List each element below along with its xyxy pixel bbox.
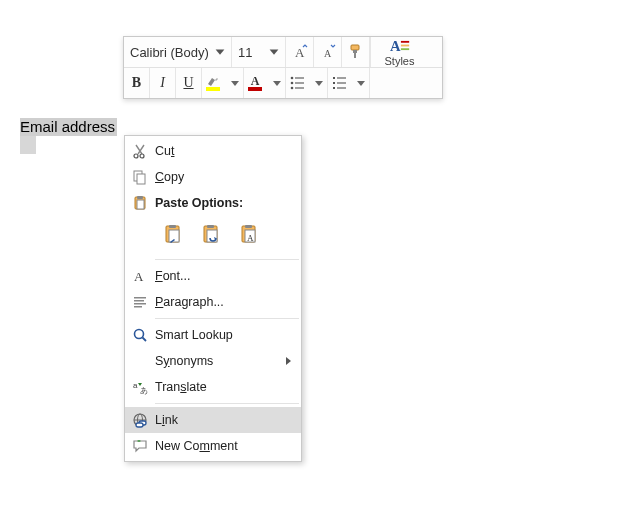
- smart-lookup-icon: [125, 327, 155, 343]
- ctx-smart-label: Smart Lookup: [155, 328, 301, 342]
- svg-rect-39: [134, 297, 146, 299]
- font-color-button[interactable]: A: [244, 68, 286, 98]
- svg-text:A: A: [324, 48, 332, 59]
- separator: [155, 259, 299, 260]
- font-size-value: 11: [238, 45, 252, 60]
- svg-text:あ: あ: [140, 386, 148, 395]
- ctx-new-comment[interactable]: New Comment: [125, 433, 301, 459]
- svg-rect-4: [354, 53, 356, 58]
- grow-font-icon: A: [292, 44, 308, 60]
- ctx-syn-label: Synonyms: [155, 354, 286, 368]
- bold-button[interactable]: B: [124, 68, 150, 98]
- svg-rect-16: [337, 77, 346, 79]
- ctx-link-label: Link: [155, 413, 301, 427]
- svg-point-43: [135, 330, 144, 339]
- svg-rect-42: [134, 306, 142, 308]
- chevron-down-icon: [231, 81, 239, 86]
- svg-text:A: A: [134, 269, 144, 284]
- svg-rect-33: [207, 225, 214, 228]
- styles-button[interactable]: A Styles: [370, 37, 428, 67]
- svg-rect-8: [400, 48, 408, 50]
- ctx-cut[interactable]: Cut: [125, 138, 301, 164]
- font-color-icon: A: [248, 76, 262, 91]
- svg-rect-41: [134, 303, 146, 305]
- numbering-icon: [332, 76, 348, 90]
- svg-rect-15: [333, 77, 335, 79]
- svg-point-11: [291, 82, 294, 85]
- chevron-down-icon: [315, 81, 323, 86]
- ctx-comment-label: New Comment: [155, 439, 301, 453]
- cut-icon: [125, 143, 155, 159]
- paste-keep-source-button[interactable]: [159, 220, 189, 250]
- comment-icon: [125, 438, 155, 454]
- ctx-paragraph[interactable]: Paragraph...: [125, 289, 301, 315]
- grow-font-button[interactable]: A: [286, 37, 314, 67]
- font-name-dropdown[interactable]: Calibri (Body): [124, 37, 232, 67]
- svg-rect-51: [136, 423, 143, 427]
- svg-point-9: [291, 77, 294, 80]
- svg-rect-19: [333, 87, 335, 89]
- ctx-paste-label: Paste Options:: [155, 196, 301, 210]
- svg-rect-2: [351, 45, 359, 50]
- format-painter-icon: [348, 44, 364, 60]
- svg-rect-17: [333, 82, 335, 84]
- svg-rect-37: [245, 225, 252, 228]
- svg-rect-6: [400, 41, 408, 43]
- svg-rect-26: [137, 200, 144, 209]
- svg-rect-14: [295, 87, 304, 89]
- font-dialog-icon: A: [125, 268, 155, 284]
- shrink-font-button[interactable]: A: [314, 37, 342, 67]
- svg-point-21: [134, 154, 138, 158]
- italic-button[interactable]: I: [150, 68, 176, 98]
- separator: [155, 403, 299, 404]
- svg-rect-3: [353, 50, 357, 53]
- chevron-down-icon: [213, 45, 227, 59]
- chevron-down-icon: [267, 45, 281, 59]
- ctx-translate[interactable]: aあ Translate: [125, 374, 301, 400]
- bullets-button[interactable]: [286, 68, 328, 98]
- svg-text:a: a: [133, 381, 138, 390]
- svg-rect-18: [337, 82, 346, 84]
- font-name-value: Calibri (Body): [130, 45, 209, 60]
- paste-text-only-icon: A: [239, 224, 261, 246]
- paste-options-row: A: [125, 216, 301, 256]
- ctx-font-label: Font...: [155, 269, 301, 283]
- svg-line-44: [143, 338, 147, 342]
- paste-text-only-button[interactable]: A: [235, 220, 265, 250]
- submenu-arrow-icon: [286, 357, 291, 365]
- highlight-icon: [206, 76, 220, 91]
- selected-text[interactable]: Email address: [20, 118, 117, 136]
- svg-rect-10: [295, 77, 304, 79]
- svg-rect-30: [169, 225, 176, 228]
- font-size-dropdown[interactable]: 11: [232, 37, 286, 67]
- paste-icon: [125, 195, 155, 211]
- ctx-paragraph-label: Paragraph...: [155, 295, 301, 309]
- ctx-copy[interactable]: Copy: [125, 164, 301, 190]
- numbering-button[interactable]: [328, 68, 370, 98]
- format-painter-button[interactable]: [342, 37, 370, 67]
- ctx-smart-lookup[interactable]: Smart Lookup: [125, 322, 301, 348]
- svg-point-22: [140, 154, 144, 158]
- ctx-font[interactable]: A Font...: [125, 263, 301, 289]
- ctx-link[interactable]: Link: [125, 407, 301, 433]
- svg-rect-27: [137, 196, 143, 199]
- ctx-synonyms[interactable]: Synonyms: [125, 348, 301, 374]
- ctx-paste-header: Paste Options:: [125, 190, 301, 216]
- styles-icon: A: [389, 37, 411, 54]
- bullets-icon: [290, 76, 306, 90]
- svg-rect-7: [400, 45, 408, 47]
- svg-point-13: [291, 87, 294, 90]
- paste-merge-icon: [201, 224, 223, 246]
- paste-merge-button[interactable]: [197, 220, 227, 250]
- svg-rect-24: [137, 174, 145, 184]
- separator: [155, 318, 299, 319]
- chevron-down-icon: [273, 81, 281, 86]
- paste-keep-source-icon: [163, 224, 185, 246]
- underline-button[interactable]: U: [176, 68, 202, 98]
- ctx-cut-label: Cut: [155, 144, 301, 158]
- highlight-color-button[interactable]: [202, 68, 244, 98]
- paragraph-icon: [125, 294, 155, 310]
- styles-label: Styles: [385, 55, 415, 67]
- chevron-down-icon: [357, 81, 365, 86]
- selection-caret: [20, 136, 36, 154]
